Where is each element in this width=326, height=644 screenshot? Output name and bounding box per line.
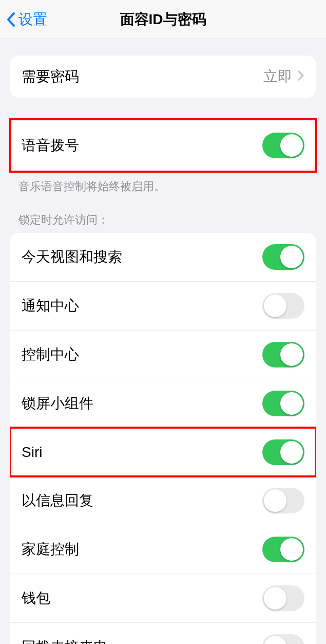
toggle-knob	[264, 636, 286, 644]
voice-dial-row: 语音拨号	[10, 121, 316, 170]
locked-access-toggle[interactable]	[262, 293, 304, 319]
locked-access-toggle[interactable]	[262, 488, 304, 513]
page-title: 面容ID与密码	[120, 10, 206, 29]
locked-access-label: Siri	[22, 444, 42, 461]
toggle-knob	[280, 343, 303, 366]
locked-access-row: Siri	[10, 428, 316, 476]
locked-access-toggle[interactable]	[262, 634, 304, 644]
row-right: 立即	[263, 67, 304, 86]
voice-dial-label: 语音拨号	[22, 136, 79, 155]
locked-access-row: 钱包	[10, 574, 316, 622]
locked-access-row: 以信息回复	[10, 476, 316, 525]
locked-access-row: 回拨未接来电	[10, 622, 316, 644]
toggle-knob	[264, 489, 286, 512]
toggle-knob	[280, 246, 303, 268]
chevron-right-icon	[297, 68, 304, 85]
chevron-left-icon	[6, 12, 15, 27]
locked-access-group: 今天视图和搜索通知中心控制中心锁屏小组件Siri以信息回复家庭控制钱包回拨未接来…	[10, 233, 316, 644]
locked-access-row: 控制中心	[10, 330, 316, 379]
nav-header: 设置 面容ID与密码	[0, 0, 326, 39]
toggle-knob	[280, 134, 303, 157]
voice-dial-group: 语音拨号	[10, 121, 316, 170]
toggle-knob	[264, 295, 286, 317]
locked-access-label: 锁屏小组件	[22, 394, 93, 413]
locked-access-row: 今天视图和搜索	[10, 233, 316, 281]
locked-access-header: 锁定时允许访问：	[0, 195, 326, 233]
toggle-knob	[280, 392, 303, 415]
toggle-knob	[280, 538, 303, 561]
locked-access-row: 通知中心	[10, 281, 316, 330]
locked-access-row: 锁屏小组件	[10, 379, 316, 428]
locked-access-toggle[interactable]	[262, 342, 304, 367]
require-passcode-value: 立即	[263, 67, 292, 86]
passcode-require-group: 需要密码 立即	[10, 56, 316, 98]
locked-access-label: 钱包	[22, 588, 50, 608]
toggle-knob	[280, 441, 303, 464]
locked-access-label: 回拨未接来电	[22, 637, 108, 644]
require-passcode-label: 需要密码	[22, 67, 79, 86]
locked-access-label: 家庭控制	[22, 540, 79, 559]
locked-access-toggle[interactable]	[262, 244, 304, 270]
locked-access-toggle[interactable]	[262, 585, 304, 611]
locked-access-toggle[interactable]	[262, 537, 304, 562]
locked-access-label: 控制中心	[22, 345, 79, 364]
voice-dial-toggle[interactable]	[262, 133, 304, 158]
locked-access-toggle[interactable]	[262, 439, 304, 465]
back-button[interactable]: 设置	[0, 10, 47, 29]
require-passcode-row[interactable]: 需要密码 立即	[10, 56, 316, 98]
locked-access-label: 今天视图和搜索	[22, 247, 122, 267]
locked-access-row: 家庭控制	[10, 525, 316, 574]
back-label: 设置	[18, 10, 47, 29]
locked-access-label: 以信息回复	[22, 491, 93, 510]
toggle-knob	[264, 587, 286, 610]
locked-access-label: 通知中心	[22, 296, 79, 316]
voice-dial-note: 音乐语音控制将始终被启用。	[0, 174, 326, 195]
locked-access-toggle[interactable]	[262, 391, 304, 416]
